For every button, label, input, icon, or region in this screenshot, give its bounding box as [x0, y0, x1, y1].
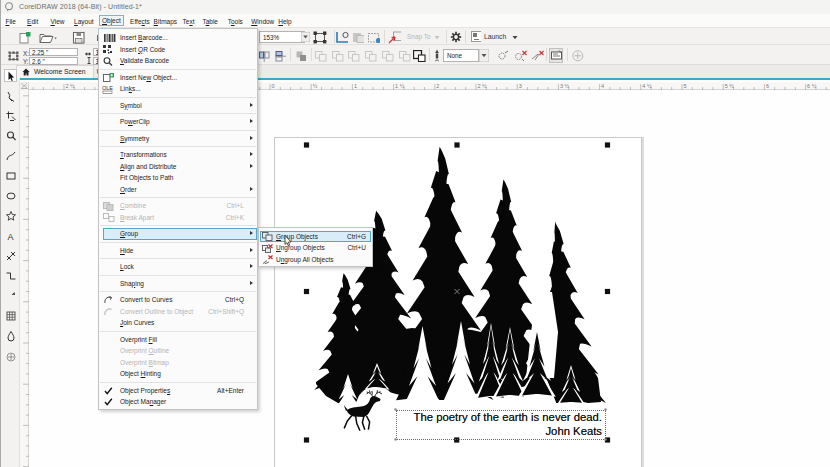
svg-text:OLE: OLE: [102, 85, 113, 91]
svg-text:A: A: [7, 232, 13, 242]
